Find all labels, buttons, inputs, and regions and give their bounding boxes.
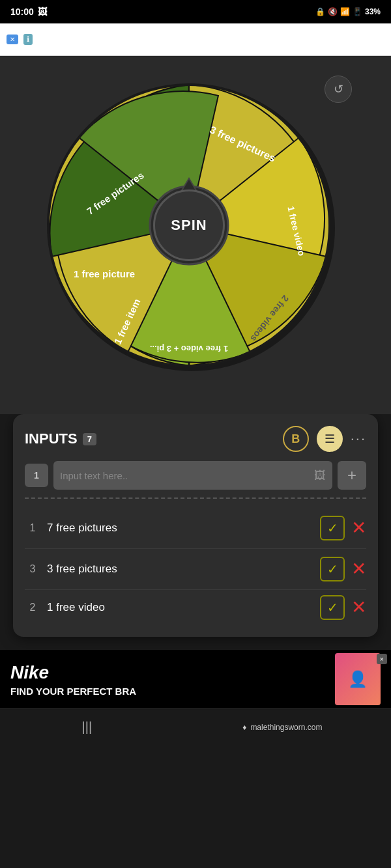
bottom-nav: ||| ♦ malethingsworn.com	[0, 708, 391, 745]
image-attach-icon[interactable]: 🖼	[314, 469, 326, 483]
brand-icon: ♦	[242, 723, 246, 732]
ad-info-button[interactable]: ℹ	[23, 34, 33, 45]
ad-close-button[interactable]: ×	[377, 654, 387, 664]
dashed-divider	[25, 497, 366, 499]
spin-button-label: SPIN	[171, 217, 207, 234]
item-delete-button[interactable]: ✕	[351, 598, 366, 617]
item-delete-button[interactable]: ✕	[351, 560, 366, 578]
signal-icon: 📱	[353, 7, 362, 16]
back-button[interactable]: |||	[69, 714, 106, 740]
item-delete-button[interactable]: ✕	[351, 519, 366, 537]
list-item: 3 3 free pictures ✓ ✕	[25, 549, 366, 590]
bold-format-button[interactable]: B	[283, 426, 309, 452]
input-row-number: 1	[25, 464, 48, 487]
battery-pct: 33%	[365, 7, 381, 16]
history-button[interactable]: ↺	[325, 76, 352, 103]
battery-icon: 🔒	[315, 7, 325, 16]
more-options-button[interactable]: ···	[351, 430, 366, 447]
input-placeholder: Input text here..	[60, 470, 309, 481]
item-check-button[interactable]: ✓	[320, 595, 345, 620]
ad-close-x-button[interactable]: ✕	[7, 35, 18, 44]
list-icon: ☰	[325, 432, 335, 446]
inputs-header: INPUTS 7 B ☰ ···	[25, 426, 366, 452]
inputs-title-text: INPUTS	[25, 430, 78, 447]
ad-logo: Nike	[10, 662, 136, 683]
spin-button[interactable]: SPIN	[153, 189, 225, 261]
input-text-field[interactable]: Input text here.. 🖼	[53, 461, 332, 490]
ad-text: FIND YOUR PERFECT BRA	[10, 686, 136, 697]
item-check-button[interactable]: ✓	[320, 516, 345, 540]
add-input-button[interactable]: +	[338, 461, 366, 490]
list-view-button[interactable]: ☰	[317, 426, 343, 452]
item-label: 3 free pictures	[47, 563, 313, 576]
ad-image: 👤	[335, 653, 381, 705]
input-row: 1 Input text here.. 🖼 +	[25, 461, 366, 490]
brand-text: malethingsworn.com	[250, 723, 322, 732]
status-time: 10:00	[10, 7, 34, 17]
inputs-count-badge: 7	[83, 433, 96, 445]
inputs-title: INPUTS 7	[25, 430, 96, 447]
bold-icon: B	[291, 432, 300, 446]
list-item: 1 7 free pictures ✓ ✕	[25, 508, 366, 549]
status-bar: 10:00 🖼 🔒 🔇 📶 📱 33%	[0, 0, 391, 23]
inputs-panel: INPUTS 7 B ☰ ··· 1 Input text here.. 🖼 +…	[13, 414, 378, 637]
ad-banner-bottom: Nike FIND YOUR PERFECT BRA 👤 ×	[0, 650, 391, 708]
item-label: 1 free video	[47, 601, 313, 614]
wheel-container: ↺	[39, 76, 352, 388]
status-left: 10:00 🖼	[10, 7, 47, 17]
list-item: 2 1 free video ✓ ✕	[25, 590, 366, 625]
mute-icon: 🔇	[328, 7, 338, 16]
wheel-svg: 3 free pictures 1 free video 2 free vide…	[39, 76, 339, 375]
wheel-section: ↺	[0, 56, 391, 414]
item-number: 1	[25, 522, 40, 534]
item-number: 2	[25, 602, 40, 613]
item-number: 3	[25, 563, 40, 575]
svg-text:1 free video + 3 pi...: 1 free video + 3 pi...	[150, 344, 228, 354]
status-photo-icon: 🖼	[38, 7, 47, 17]
wifi-icon: 📶	[340, 7, 350, 16]
svg-text:1 free picture: 1 free picture	[74, 268, 135, 279]
ad-banner-top: ✕ ℹ	[0, 23, 391, 56]
brand-link[interactable]: ♦ malethingsworn.com	[242, 723, 322, 732]
item-label: 7 free pictures	[47, 522, 313, 535]
item-check-button[interactable]: ✓	[320, 557, 345, 581]
status-right: 🔒 🔇 📶 📱 33%	[315, 7, 381, 16]
